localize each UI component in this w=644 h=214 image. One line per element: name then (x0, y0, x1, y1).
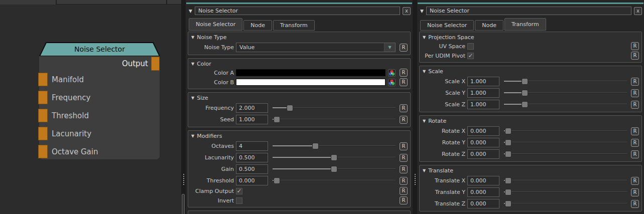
reset-button[interactable]: R (631, 52, 639, 60)
color-swatch-color-b[interactable] (236, 79, 385, 86)
group-header[interactable]: ▼Modifiers (191, 132, 408, 139)
reset-button[interactable]: R (400, 116, 408, 124)
checkbox-per-udim-pivot[interactable]: ✓ (467, 53, 474, 59)
slider-translate-x[interactable] (504, 177, 627, 184)
group-header[interactable]: ▼Translate (423, 167, 639, 174)
group-header[interactable]: ▼Size (191, 94, 408, 101)
checkbox-invert[interactable] (236, 197, 242, 204)
slider-handle[interactable] (522, 101, 528, 108)
value-field-rotate-z[interactable]: 0.000 (467, 149, 499, 159)
group-header[interactable]: ▼Projection Space (423, 34, 639, 41)
group-header[interactable]: ▼Scale (423, 68, 639, 75)
chevron-down-icon[interactable]: ▼ (384, 43, 395, 52)
reset-button[interactable]: R (631, 89, 639, 97)
reset-button[interactable]: R (631, 127, 639, 135)
slider-handle[interactable] (505, 139, 511, 146)
reset-button[interactable]: R (631, 139, 639, 147)
slider-rotate-z[interactable] (504, 151, 627, 157)
splitter-grip-icon[interactable] (415, 174, 416, 185)
value-field-rotate-x[interactable]: 0.000 (467, 126, 499, 136)
slider-lacunarity[interactable] (273, 154, 396, 161)
value-field-scale-x[interactable]: 1.000 (467, 77, 499, 86)
collapse-triangle-icon[interactable]: ▼ (420, 9, 424, 14)
group-header[interactable]: ▼Color (191, 60, 408, 67)
group-header[interactable]: ▼Noise Type (191, 34, 408, 41)
dropdown-noise-type[interactable]: Value▼ (236, 43, 396, 52)
tab-node[interactable]: Node (243, 20, 272, 31)
reset-button[interactable]: R (400, 78, 408, 86)
slider-handle[interactable] (505, 189, 511, 195)
slider-scale-z[interactable] (504, 101, 627, 108)
tab-node[interactable]: Node (475, 20, 503, 31)
splitter-grip-icon[interactable] (183, 174, 184, 185)
node-graph-panel[interactable]: Noise Selector Output ManifoldFrequencyT… (0, 0, 181, 214)
reset-button[interactable]: R (400, 154, 408, 162)
reset-button[interactable]: R (400, 187, 408, 195)
reset-button[interactable]: R (400, 44, 408, 52)
input-port-threshold[interactable] (38, 109, 48, 122)
slider-handle[interactable] (505, 177, 511, 184)
slider-handle[interactable] (505, 128, 511, 134)
slider-handle[interactable] (522, 90, 528, 96)
input-port-frequency[interactable] (38, 91, 48, 104)
reset-button[interactable]: R (631, 150, 639, 158)
node-header[interactable]: Noise Selector (39, 42, 160, 57)
reset-button[interactable]: R (400, 104, 408, 112)
slider-handle[interactable] (274, 116, 280, 123)
slider-frequency[interactable] (273, 105, 396, 111)
reset-button[interactable]: R (631, 200, 639, 208)
slider-scale-x[interactable] (504, 78, 627, 85)
checkbox-clamp-output[interactable]: ✓ (236, 188, 242, 194)
reset-button[interactable]: R (400, 177, 408, 185)
slider-handle[interactable] (312, 143, 319, 149)
slider-handle[interactable] (331, 166, 337, 172)
slider-handle[interactable] (505, 151, 511, 157)
reset-button[interactable]: R (400, 165, 408, 173)
tab-transform[interactable]: Transform (273, 20, 315, 31)
value-field-threshold[interactable]: 0.000 (236, 176, 268, 185)
panel-splitter-left[interactable] (181, 0, 186, 214)
output-port[interactable] (151, 57, 160, 71)
slider-gain[interactable] (273, 166, 396, 172)
input-port-lacunarity[interactable] (38, 127, 48, 140)
value-field-octaves[interactable]: 4 (236, 141, 268, 151)
reset-button[interactable]: R (631, 188, 639, 196)
value-field-translate-y[interactable]: 0.000 (467, 187, 499, 197)
reset-button[interactable]: R (400, 196, 408, 204)
slider-translate-y[interactable] (504, 189, 627, 195)
slider-handle[interactable] (505, 200, 511, 207)
group-header[interactable]: ▼Rotate (423, 117, 639, 124)
slider-scale-y[interactable] (504, 90, 627, 96)
slider-translate-z[interactable] (504, 200, 627, 207)
slider-handle[interactable] (274, 177, 280, 184)
graph-scrollbar-thumb[interactable] (182, 194, 185, 214)
color-picker-icon[interactable] (388, 69, 396, 77)
close-button[interactable]: x (403, 7, 411, 15)
slider-threshold[interactable] (273, 177, 396, 184)
slider-seed[interactable] (273, 116, 396, 123)
slider-rotate-x[interactable] (504, 128, 627, 134)
node-body[interactable]: Output ManifoldFrequencyThresholdLacunar… (39, 56, 160, 159)
tab-noise-selector[interactable]: Noise Selector (189, 18, 242, 31)
color-swatch-color-a[interactable] (236, 69, 385, 76)
value-field-rotate-y[interactable]: 0.000 (467, 138, 499, 147)
slider-handle[interactable] (522, 78, 528, 85)
collapse-triangle-icon[interactable]: ▼ (189, 9, 192, 14)
value-field-translate-x[interactable]: 0.000 (467, 176, 499, 185)
slider-handle[interactable] (331, 154, 337, 161)
value-field-frequency[interactable]: 2.000 (236, 103, 268, 113)
reset-button[interactable]: R (400, 69, 408, 77)
slider-rotate-y[interactable] (504, 139, 627, 146)
value-field-seed[interactable]: 1.000 (236, 115, 268, 124)
value-field-gain[interactable]: 0.500 (236, 164, 268, 174)
input-port-octave-gain[interactable] (38, 145, 48, 158)
checkbox-uv-space[interactable] (467, 43, 474, 50)
color-picker-icon[interactable] (388, 79, 396, 86)
value-field-translate-z[interactable]: 0.000 (467, 199, 499, 208)
close-button[interactable]: x (634, 7, 642, 15)
slider-octaves[interactable] (273, 143, 396, 149)
input-port-manifold[interactable] (38, 73, 48, 86)
noise-selector-node[interactable]: Noise Selector Output ManifoldFrequencyT… (39, 42, 160, 159)
value-field-scale-y[interactable]: 1.000 (467, 88, 499, 98)
reset-button[interactable]: R (400, 142, 408, 150)
